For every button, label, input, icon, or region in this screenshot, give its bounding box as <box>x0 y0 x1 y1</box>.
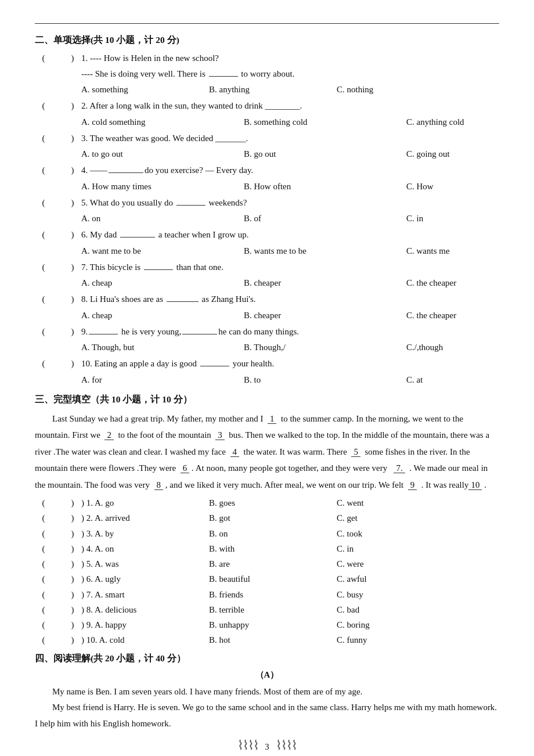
q5-optA: A. on <box>81 211 244 226</box>
q10-options: A. for B. to C. at <box>81 372 499 388</box>
question-3: ( ) 3. The weather was good. We decided … <box>35 131 499 163</box>
cq6-optA: ) 6. A. ugly <box>81 571 209 586</box>
q9-optC: C./,though <box>406 340 534 355</box>
cq1-paren: ( ) <box>35 495 81 510</box>
q1-text2: ---- She is doing very well. There is to… <box>81 67 499 82</box>
q8-optA: A. cheap <box>81 308 244 323</box>
q9-options: A. Though, but B. Though,/ C./,though <box>81 340 499 355</box>
q10-paren: ( ) <box>35 357 81 372</box>
cq10-optA: ) 10. A. cold <box>81 632 209 647</box>
q6-optB: B. wants me to be <box>244 243 406 259</box>
page-number-area: ⌇⌇⌇⌇ 3 ⌇⌇⌇⌇ <box>35 738 499 753</box>
q5-text: 5. What do you usually do weekends? <box>81 196 499 211</box>
q9-optB: B. Though,/ <box>244 340 406 355</box>
cq4-optB: B. with <box>209 541 337 556</box>
cloze-questions: ( ) ) 1. A. go B. goes C. went ( ) ) 2. … <box>35 495 499 648</box>
q8-paren: ( ) <box>35 292 81 307</box>
q6-text: 6. My dad a teacher when I grow up. <box>81 228 499 243</box>
q8-optC: C. the cheaper <box>406 308 534 323</box>
cq10-optB: B. hot <box>209 632 337 647</box>
question-6: ( ) 6. My dad a teacher when I grow up. … <box>35 228 499 259</box>
q5-paren: ( ) <box>35 196 81 211</box>
q8-optB: B. cheaper <box>244 308 406 323</box>
cloze-q7: ( ) ) 7. A. smart B. friends C. busy <box>35 587 499 602</box>
q5-optB: B. of <box>244 211 406 226</box>
cq7-optC: C. busy <box>337 587 363 602</box>
q3-options: A. to go out B. go out C. going out <box>81 146 499 162</box>
cq10-paren: ( ) <box>35 632 81 647</box>
q7-paren: ( ) <box>35 260 81 275</box>
q1-optA: A. something <box>81 82 209 98</box>
q3-paren: ( ) <box>35 131 81 146</box>
section4: 四、阅读理解(共 20 小题，计 40 分） （A） My name is Be… <box>35 653 499 732</box>
cloze-q3: ( ) ) 3. A. by B. on C. took <box>35 526 499 541</box>
cloze-q6: ( ) ) 6. A. ugly B. beautiful C. awful <box>35 571 499 586</box>
cq7-optA: ) 7. A. smart <box>81 587 209 602</box>
question-2: ( ) 2. After a long walk in the sun, the… <box>35 99 499 130</box>
q7-optC: C. the cheaper <box>406 275 534 291</box>
q9-optA: A. Though, but <box>81 340 244 355</box>
section3-passage: Last Sunday we had a great trip. My fath… <box>35 411 499 494</box>
q10-optC: C. at <box>406 372 534 388</box>
q10-optA: A. for <box>81 372 244 388</box>
q7-options: A. cheap B. cheaper C. the cheaper <box>81 275 499 291</box>
q6-optA: A. want me to be <box>81 243 244 259</box>
cq2-optB: B. got <box>209 510 337 525</box>
cq5-paren: ( ) <box>35 556 81 571</box>
question-4: ( ) 4. ——do you exercise? — Every day. A… <box>35 163 499 195</box>
cloze-q4: ( ) ) 4. A. on B. with C. in <box>35 541 499 556</box>
q7-optA: A. cheap <box>81 275 244 291</box>
cq3-optB: B. on <box>209 526 337 541</box>
q3-optA: A. to go out <box>81 146 244 162</box>
cq1-optC: C. went <box>337 495 364 510</box>
page-number: 3 <box>265 742 269 751</box>
question-9: ( ) 9. he is very young,he can do many t… <box>35 325 499 356</box>
cq9-optA: ) 9. A. happy <box>81 617 209 632</box>
question-1: ( ) 1. ---- How is Helen in the new scho… <box>35 51 499 98</box>
cq6-optB: B. beautiful <box>209 571 337 586</box>
cq6-paren: ( ) <box>35 571 81 586</box>
q4-paren: ( ) <box>35 163 81 178</box>
q1-optB: B. anything <box>209 82 337 98</box>
zigzag-left: ⌇⌇⌇⌇ <box>237 738 258 753</box>
q4-optA: A. How many times <box>81 179 244 195</box>
cq3-paren: ( ) <box>35 526 81 541</box>
question-10: ( ) 10. Eating an apple a day is good yo… <box>35 357 499 388</box>
cq10-optC: C. funny <box>337 632 367 647</box>
top-divider <box>35 23 499 24</box>
q4-options: A. How many times B. How often C. How <box>81 179 499 195</box>
q2-options: A. cold something B. something cold C. a… <box>81 114 499 130</box>
cloze-q5: ( ) ) 5. A. was B. are C. were <box>35 556 499 571</box>
cq4-paren: ( ) <box>35 541 81 556</box>
cq8-optC: C. bad <box>337 602 359 617</box>
q1-paren: ( ) <box>35 51 81 66</box>
cq8-optA: ) 8. A. delicious <box>81 602 209 617</box>
q5-optC: C. in <box>406 211 534 226</box>
q1-optC: C. nothing <box>337 82 464 98</box>
cq5-optC: C. were <box>337 556 364 571</box>
cq3-optC: C. took <box>337 526 362 541</box>
question-8: ( ) 8. Li Hua's shoes are as as Zhang Hu… <box>35 292 499 323</box>
q2-optC: C. anything cold <box>406 114 534 130</box>
q7-text: 7. This bicycle is than that one. <box>81 260 499 275</box>
cq8-optB: B. terrible <box>209 602 337 617</box>
q2-optB: B. something cold <box>244 114 406 130</box>
q1-options: A. something B. anything C. nothing <box>81 82 499 98</box>
cloze-q2: ( ) ) 2. A. arrived B. got C. get <box>35 510 499 525</box>
cq7-optB: B. friends <box>209 587 337 602</box>
passage1-text: My name is Ben. I am seven years old. I … <box>52 687 362 696</box>
passage2-text: My best friend is Harry. He is seven. We… <box>35 703 497 728</box>
cq9-optC: C. boring <box>337 617 370 632</box>
q9-text: 9. he is very young,he can do many thing… <box>81 325 499 340</box>
cq9-paren: ( ) <box>35 617 81 632</box>
section4-title: 四、阅读理解(共 20 小题，计 40 分） <box>35 653 499 665</box>
q10-optB: B. to <box>244 372 406 388</box>
q4-optC: C. How <box>406 179 534 195</box>
q4-text: 4. ——do you exercise? — Every day. <box>81 163 499 178</box>
q6-options: A. want me to be B. wants me to be C. wa… <box>81 243 499 259</box>
q3-optC: C. going out <box>406 146 534 162</box>
q2-paren: ( ) <box>35 99 81 114</box>
q10-text: 10. Eating an apple a day is good your h… <box>81 357 499 372</box>
cq3-optA: ) 3. A. by <box>81 526 209 541</box>
section2-title: 二、单项选择(共 10 小题，计 20 分) <box>35 34 499 46</box>
